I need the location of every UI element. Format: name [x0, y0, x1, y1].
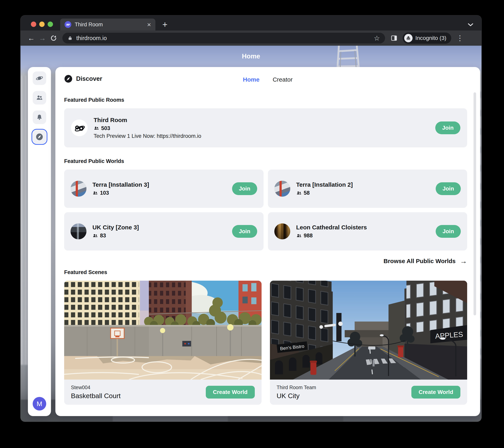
- world-name: Terra [Installation 2]: [296, 181, 353, 188]
- join-world-button[interactable]: Join: [232, 225, 257, 238]
- sidebar-item-notifications[interactable]: [33, 111, 46, 124]
- join-world-button[interactable]: Join: [232, 182, 257, 195]
- tab-strip: Third Room × +: [20, 15, 482, 31]
- third-room-logo-avatar: [71, 119, 88, 136]
- world-card: Terra [Installation 3] 103 Join: [64, 170, 264, 208]
- room-name: Third Room: [94, 117, 201, 123]
- world-info: Terra [Installation 3] 103: [92, 181, 149, 196]
- world-members: 58: [296, 190, 353, 196]
- bell-icon: [36, 114, 43, 121]
- room-description: Tech Preview 1 Live Now: https://thirdro…: [94, 133, 201, 139]
- featured-worlds-heading: Featured Public Worlds: [64, 158, 467, 164]
- world-members: 103: [92, 190, 149, 196]
- join-world-button[interactable]: Join: [436, 225, 461, 238]
- world-members: 988: [296, 233, 367, 239]
- scene-card-basketball-court: Stew004 Basketball Court Create World: [64, 281, 262, 405]
- discover-header: Discover: [64, 75, 102, 83]
- discover-compass-icon: [64, 75, 72, 83]
- world-info: UK City [Zone 3] 83: [92, 224, 139, 239]
- scene-name: Basketball Court: [71, 392, 121, 400]
- sidebar-item-worlds[interactable]: [33, 71, 46, 85]
- room-members: 503: [94, 125, 201, 132]
- world-name: Leon Cathedral Cloisters: [296, 224, 367, 231]
- members-icon: [92, 233, 98, 238]
- join-room-button[interactable]: Join: [435, 121, 460, 134]
- featured-rooms-heading: Featured Public Rooms: [64, 97, 467, 103]
- user-avatar[interactable]: M: [33, 397, 46, 410]
- room-card-third-room: Third Room 503 Tech Preview 1 Live Now: …: [64, 108, 467, 147]
- world-card: Terra [Installation 2] 58 Join: [268, 170, 467, 208]
- discover-sections: Featured Public Rooms Third Room 503 Tec…: [64, 97, 467, 416]
- close-window-button[interactable]: [31, 21, 36, 27]
- chevron-down-icon[interactable]: [467, 22, 474, 27]
- tab-third-room[interactable]: Third Room ×: [60, 19, 155, 31]
- scene-footer: Third Room Team UK City Create World: [270, 380, 467, 405]
- scene-name: UK City: [277, 392, 316, 400]
- back-icon[interactable]: ←: [26, 35, 37, 42]
- tab-title: Third Room: [75, 21, 103, 28]
- panel-scrollbar-thumb[interactable]: [473, 92, 476, 315]
- world-member-count: 988: [304, 233, 313, 239]
- scene-meta: Stew004 Basketball Court: [71, 385, 121, 400]
- basketball-court-scene-image: [64, 281, 262, 380]
- page-header-title: Home: [20, 46, 482, 67]
- url-text: thirdroom.io: [76, 35, 107, 41]
- world-card: Leon Cathedral Cloisters 988 Join: [268, 212, 467, 251]
- room-member-count: 503: [101, 125, 110, 132]
- create-world-button[interactable]: Create World: [206, 386, 255, 399]
- members-icon: [296, 233, 302, 238]
- members-icon: [92, 190, 98, 196]
- browse-all-label: Browse All Public Worlds: [383, 258, 456, 265]
- incognito-label: Incognito (3): [415, 35, 447, 41]
- browser-toolbar: ← → thirdroom.io ☆ Incognito (3) ⋮: [20, 31, 482, 46]
- sidebar-item-discover[interactable]: [33, 130, 46, 144]
- forward-icon[interactable]: →: [37, 35, 48, 42]
- url-bar[interactable]: thirdroom.io ☆: [62, 33, 385, 43]
- scene-author: Third Room Team: [277, 385, 316, 390]
- world-name: UK City [Zone 3]: [92, 224, 139, 231]
- world-info: Terra [Installation 2] 58: [296, 181, 353, 196]
- members-icon: [296, 190, 302, 196]
- page-content: Home M Discover Home: [20, 46, 482, 422]
- world-avatar: [274, 181, 290, 197]
- browse-all-public-worlds[interactable]: Browse All Public Worlds →: [64, 255, 467, 267]
- world-members: 83: [92, 233, 139, 239]
- people-icon: [36, 94, 43, 101]
- scene-author: Stew004: [71, 385, 121, 390]
- reload-icon[interactable]: [48, 35, 59, 41]
- third-room-favicon-icon: [65, 21, 71, 28]
- world-member-count: 58: [304, 190, 310, 196]
- create-world-button[interactable]: Create World: [411, 386, 460, 399]
- bookmark-star-icon[interactable]: ☆: [374, 34, 380, 42]
- close-tab-icon[interactable]: ×: [147, 21, 151, 28]
- incognito-badge[interactable]: Incognito (3): [403, 33, 451, 44]
- discover-title: Discover: [76, 75, 102, 82]
- discover-panel: Discover Home Creator Featured Public Ro…: [55, 67, 480, 416]
- more-menu-icon[interactable]: ⋮: [456, 34, 464, 42]
- join-world-button[interactable]: Join: [436, 182, 461, 195]
- sidebar-item-friends[interactable]: [33, 91, 46, 104]
- incognito-spy-icon: [404, 34, 413, 42]
- new-tab-button[interactable]: +: [162, 20, 167, 29]
- room-info: Third Room 503 Tech Preview 1 Live Now: …: [94, 117, 201, 139]
- browser-window: Third Room × + ← → thirdroom.io ☆ Inc: [20, 15, 482, 422]
- traffic-lights: [31, 21, 53, 27]
- side-panel-icon[interactable]: [391, 35, 397, 41]
- world-card: UK City [Zone 3] 83 Join: [64, 212, 264, 251]
- scene-meta: Third Room Team UK City: [277, 385, 316, 400]
- world-avatar: [71, 223, 87, 239]
- compass-icon: [36, 133, 43, 141]
- world-member-count: 103: [100, 190, 109, 196]
- tab-creator[interactable]: Creator: [273, 76, 293, 83]
- uk-city-scene-image: Ben's Bistro APPLES: [270, 281, 467, 380]
- lock-icon: [68, 36, 73, 41]
- world-avatar: [71, 181, 87, 197]
- world-member-count: 83: [100, 233, 106, 239]
- scenes-grid: Stew004 Basketball Court Create World: [64, 281, 467, 416]
- world-name: Terra [Installation 3]: [92, 181, 149, 188]
- minimize-window-button[interactable]: [39, 21, 45, 27]
- world-avatar: [274, 223, 290, 239]
- zoom-window-button[interactable]: [48, 21, 53, 27]
- tab-home[interactable]: Home: [243, 76, 259, 83]
- scene-card-uk-city: Ben's Bistro APPLES: [270, 281, 467, 405]
